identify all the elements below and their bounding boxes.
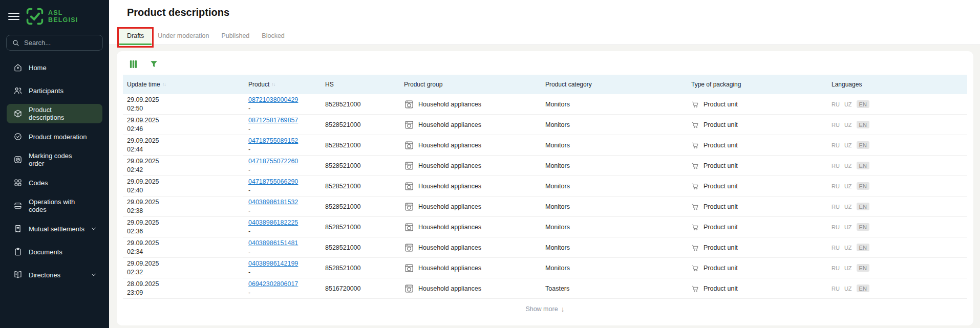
table-card: Update time↑↓ Product↑↓ HS Product group… [117, 51, 973, 325]
sidebar-item-product-moderation[interactable]: Product moderation [7, 127, 102, 146]
tab-under-moderation[interactable]: Under moderation [152, 28, 215, 45]
cart-icon [691, 141, 699, 149]
language-tag-uz: UZ [844, 204, 852, 210]
language-tag-uz: UZ [844, 183, 852, 189]
product-subtext: - [248, 145, 321, 154]
sidebar-menu: Home Participants Product descriptions P… [0, 58, 109, 285]
sidebar-item-documents[interactable]: Documents [7, 242, 102, 261]
packaging-label: Product unit [704, 101, 738, 108]
hs-cell: 8516720000 [321, 285, 400, 292]
tab-published[interactable]: Published [215, 28, 255, 45]
language-tag-en: EN [857, 141, 869, 149]
cart-icon [691, 162, 699, 170]
sidebar-item-codes[interactable]: Codes [7, 173, 102, 192]
product-category-cell: Monitors [541, 142, 687, 149]
sort-icon[interactable]: ↑↓ [271, 82, 275, 87]
product-code-link[interactable]: 04718755072260 [248, 158, 298, 165]
packaging-label: Product unit [704, 121, 738, 128]
product-subtext: - [248, 248, 321, 256]
tab-drafts[interactable]: Drafts [119, 28, 152, 45]
filter-icon[interactable] [150, 60, 158, 68]
packaging-cell: Product unit [687, 100, 827, 108]
table-row: 28.09.202523:09 06942302806017 - 8516720… [123, 278, 967, 299]
column-header-product[interactable]: Product↑↓ [244, 81, 321, 88]
clipboard-icon [13, 247, 23, 256]
languages-cell: RUUZEN [827, 162, 967, 169]
product-code-link[interactable]: 04038986182225 [248, 219, 298, 226]
product-subtext: - [248, 227, 321, 235]
tab-blocked[interactable]: Blocked [255, 28, 290, 45]
table-row: 29.09.202502:40 04718755066290 - 8528521… [123, 176, 967, 196]
packaging-cell: Product unit [687, 264, 827, 272]
sidebar-search[interactable] [6, 35, 103, 51]
language-tag-en: EN [857, 162, 869, 169]
product-code-link[interactable]: 04718755089152 [248, 137, 298, 144]
product-subtext: - [248, 268, 321, 276]
product-group-cell: Household appliances [400, 140, 541, 150]
arrow-down-icon: ↓ [561, 305, 565, 313]
column-header-type-of-packaging: Type of packaging [687, 81, 827, 88]
product-subtext: - [248, 289, 321, 297]
update-time-cell: 29.09.202502:32 [123, 259, 244, 276]
sidebar-item-operations-with-codes[interactable]: Operations with codes [7, 196, 102, 215]
product-code-link[interactable]: 04038986181532 [248, 199, 298, 206]
sidebar-item-home[interactable]: Home [7, 58, 102, 77]
product-cell: 04718755089152 - [244, 137, 321, 154]
product-subtext: - [248, 125, 321, 133]
sidebar-item-directories[interactable]: Directories [7, 265, 102, 285]
appliance-icon [404, 202, 414, 212]
sidebar-item-mutual-settlements[interactable]: Mutual settlements [7, 219, 102, 238]
product-code-link[interactable]: 04718755066290 [248, 178, 298, 185]
language-tag-en: EN [857, 203, 869, 210]
cart-icon [691, 285, 699, 293]
stacked-cards-icon [13, 201, 23, 210]
table-row: 29.09.202502:32 04038986142199 - 8528521… [123, 258, 967, 278]
product-cell: 06942302806017 - [244, 280, 321, 297]
product-code-link[interactable]: 04038986151481 [248, 239, 298, 247]
sidebar-item-product-descriptions[interactable]: Product descriptions [7, 104, 102, 123]
product-category-cell: Monitors [541, 121, 687, 128]
sort-icon[interactable]: ↑↓ [162, 82, 166, 87]
sidebar-item-label: Product descriptions [29, 106, 87, 121]
language-tag-ru: RU [832, 163, 840, 169]
language-tag-uz: UZ [844, 265, 852, 271]
sidebar-header: ASL BELGISI [0, 0, 109, 26]
language-tag-en: EN [857, 182, 869, 190]
appliance-icon [404, 263, 414, 273]
show-more-button[interactable]: Show more↓ [123, 299, 967, 319]
product-code-link[interactable]: 08712581769857 [248, 117, 298, 124]
product-code-link[interactable]: 04038986142199 [248, 260, 298, 267]
language-tag-uz: UZ [844, 122, 852, 128]
sidebar-item-marking-codes-order[interactable]: Marking codes order [7, 150, 102, 169]
product-group-cell: Household appliances [400, 120, 541, 130]
product-code-link[interactable]: 08721038000429 [248, 96, 298, 103]
language-tag-en: EN [857, 244, 869, 251]
receipt-icon [13, 224, 23, 233]
cart-icon [691, 100, 699, 108]
hs-cell: 8528521000 [321, 224, 400, 231]
packaging-cell: Product unit [687, 121, 827, 129]
tab-label: Drafts [127, 32, 144, 39]
packaging-cell: Product unit [687, 203, 827, 211]
language-tag-ru: RU [832, 204, 840, 210]
columns-settings-icon[interactable] [129, 60, 138, 69]
open-book-icon [13, 270, 23, 279]
products-table: Update time↑↓ Product↑↓ HS Product group… [123, 75, 967, 319]
packaging-cell: Product unit [687, 162, 827, 170]
column-header-product-category: Product category [541, 81, 687, 88]
product-code-link[interactable]: 06942302806017 [248, 280, 298, 288]
column-header-update-time[interactable]: Update time↑↓ [123, 81, 244, 88]
chevron-down-icon[interactable] [90, 271, 97, 278]
hamburger-menu-icon[interactable] [8, 13, 19, 20]
language-tag-ru: RU [832, 286, 840, 292]
chevron-down-icon[interactable] [90, 225, 97, 232]
home-icon [13, 63, 23, 72]
language-tag-ru: RU [832, 122, 840, 128]
sidebar-item-participants[interactable]: Participants [7, 81, 102, 100]
product-group-cell: Household appliances [400, 283, 541, 294]
packaging-label: Product unit [704, 224, 738, 231]
language-tag-uz: UZ [844, 163, 852, 169]
search-input[interactable] [24, 39, 91, 47]
column-header-hs: HS [321, 81, 400, 88]
sidebar-item-label: Codes [29, 179, 48, 187]
